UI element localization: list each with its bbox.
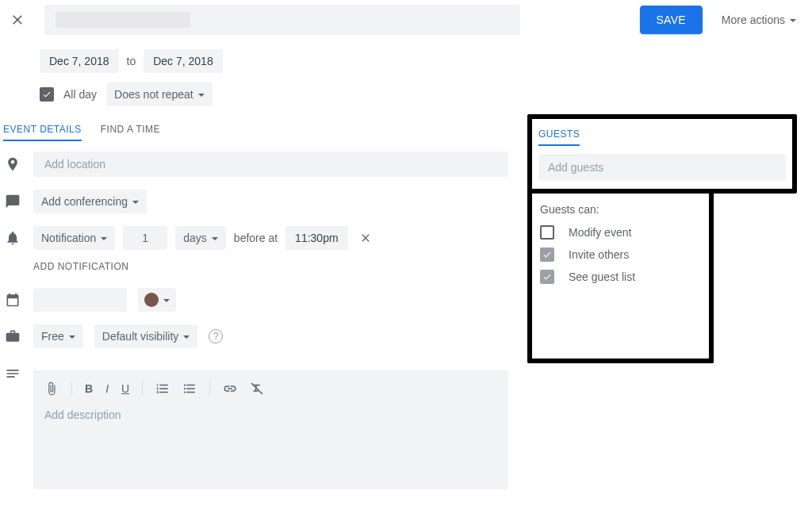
save-button[interactable]: SAVE: [640, 6, 703, 34]
calendar-selector[interactable]: [33, 288, 127, 312]
caret-down-icon: [790, 19, 796, 22]
tab-guests[interactable]: GUESTS: [538, 124, 580, 146]
modify-event-label: Modify event: [569, 226, 631, 239]
briefcase-icon: [3, 327, 22, 346]
notification-unit-label: days: [183, 232, 207, 244]
caret-down-icon: [198, 94, 205, 97]
invite-others-label: Invite others: [569, 248, 629, 261]
location-icon: [3, 155, 22, 174]
see-guest-list-label: See guest list: [569, 270, 635, 283]
visibility-dropdown[interactable]: Default visibility: [94, 324, 197, 348]
notification-type-label: Notification: [41, 232, 96, 244]
bold-icon[interactable]: B: [85, 382, 93, 395]
add-guests-input[interactable]: Add guests: [538, 154, 786, 181]
more-actions-dropdown[interactable]: More actions: [712, 6, 806, 34]
allday-label: All day: [63, 88, 97, 101]
event-title-input[interactable]: [44, 5, 520, 35]
caret-down-icon: [212, 237, 218, 240]
repeat-dropdown[interactable]: Does not repeat: [106, 82, 213, 106]
availability-dropdown[interactable]: Free: [33, 324, 83, 348]
conferencing-dropdown[interactable]: Add conferencing: [33, 190, 147, 213]
notification-amount-input[interactable]: 1: [123, 226, 167, 250]
more-actions-label: More actions: [722, 13, 785, 26]
guest-permissions-title: Guests can:: [540, 203, 701, 216]
guests-panel: GUESTS Add guests: [527, 114, 797, 194]
before-at-label: before at: [234, 232, 278, 244]
event-color-picker[interactable]: [138, 288, 176, 312]
numbered-list-icon[interactable]: [155, 382, 170, 396]
notification-type-dropdown[interactable]: Notification: [33, 226, 115, 250]
add-notification-button[interactable]: ADD NOTIFICATION: [0, 253, 511, 278]
caret-down-icon: [101, 237, 107, 240]
guest-permissions-panel: Guests can: Modify event Invite others S…: [527, 190, 714, 363]
caret-down-icon: [163, 299, 170, 302]
tab-find-a-time[interactable]: FIND A TIME: [101, 119, 160, 141]
remove-notification-button[interactable]: [356, 228, 375, 247]
italic-icon[interactable]: I: [105, 382, 109, 395]
visibility-label: Default visibility: [102, 330, 178, 343]
see-guest-list-checkbox[interactable]: [540, 270, 554, 284]
description-icon: [3, 364, 22, 383]
caret-down-icon: [183, 336, 190, 339]
link-icon[interactable]: [223, 382, 237, 396]
event-color-dot: [144, 293, 159, 307]
caret-down-icon: [69, 336, 75, 339]
allday-checkbox[interactable]: [40, 87, 54, 102]
bulleted-list-icon[interactable]: [182, 382, 197, 396]
availability-label: Free: [41, 330, 64, 343]
location-input[interactable]: Add location: [33, 151, 508, 177]
description-input[interactable]: Add description: [41, 401, 500, 429]
underline-icon[interactable]: U: [121, 382, 129, 395]
tab-event-details[interactable]: EVENT DETAILS: [3, 119, 82, 141]
close-icon[interactable]: [6, 9, 29, 31]
invite-others-checkbox[interactable]: [540, 247, 554, 262]
repeat-label: Does not repeat: [114, 88, 193, 101]
to-label: to: [127, 55, 136, 67]
conferencing-icon: [3, 192, 22, 211]
notification-time-picker[interactable]: 11:30pm: [285, 226, 347, 250]
start-date-picker[interactable]: Dec 7, 2018: [40, 49, 119, 73]
conferencing-label: Add conferencing: [41, 195, 128, 208]
attach-icon[interactable]: [44, 382, 59, 396]
visibility-help-icon[interactable]: ?: [209, 329, 223, 343]
clear-formatting-icon[interactable]: [250, 382, 264, 396]
notification-icon: [3, 228, 22, 247]
notification-unit-dropdown[interactable]: days: [175, 226, 226, 250]
calendar-icon: [3, 290, 22, 309]
caret-down-icon: [132, 201, 139, 204]
modify-event-checkbox[interactable]: [540, 225, 554, 240]
end-date-picker[interactable]: Dec 7, 2018: [144, 49, 223, 73]
